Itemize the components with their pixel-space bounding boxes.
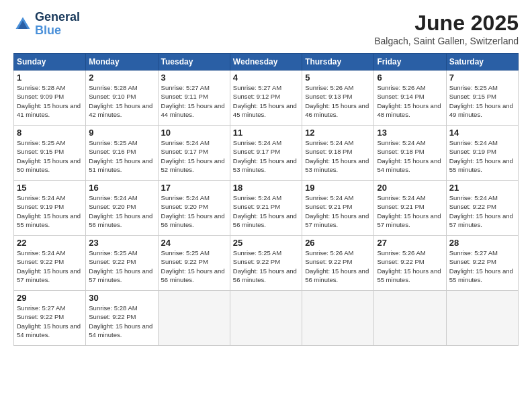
day-info: Sunrise: 5:26 AM Sunset: 9:22 PM Dayligh… bbox=[305, 248, 371, 284]
calendar-cell: 15 Sunrise: 5:24 AM Sunset: 9:19 PM Dayl… bbox=[14, 181, 86, 236]
logo-text: General Blue bbox=[35, 11, 80, 38]
calendar-table: SundayMondayTuesdayWednesdayThursdayFrid… bbox=[13, 53, 519, 346]
calendar-week-4: 22 Sunrise: 5:24 AM Sunset: 9:22 PM Dayl… bbox=[14, 236, 519, 291]
day-number: 10 bbox=[161, 128, 227, 138]
day-info: Sunrise: 5:24 AM Sunset: 9:18 PM Dayligh… bbox=[377, 138, 443, 174]
day-number: 22 bbox=[17, 238, 83, 248]
day-number: 17 bbox=[161, 183, 227, 193]
calendar-dow-wednesday: Wednesday bbox=[230, 54, 302, 71]
calendar-header-row: SundayMondayTuesdayWednesdayThursdayFrid… bbox=[14, 54, 519, 71]
day-info: Sunrise: 5:28 AM Sunset: 9:09 PM Dayligh… bbox=[17, 83, 83, 119]
calendar-cell bbox=[302, 291, 374, 346]
day-number: 1 bbox=[17, 73, 83, 83]
month-title: June 2025 bbox=[374, 11, 519, 36]
calendar-dow-tuesday: Tuesday bbox=[158, 54, 230, 71]
calendar-cell: 9 Sunrise: 5:25 AM Sunset: 9:16 PM Dayli… bbox=[86, 126, 158, 181]
day-info: Sunrise: 5:27 AM Sunset: 9:22 PM Dayligh… bbox=[17, 304, 83, 339]
calendar-cell: 25 Sunrise: 5:25 AM Sunset: 9:22 PM Dayl… bbox=[230, 236, 302, 291]
day-number: 7 bbox=[449, 73, 515, 83]
day-info: Sunrise: 5:26 AM Sunset: 9:13 PM Dayligh… bbox=[305, 83, 371, 119]
day-number: 19 bbox=[305, 183, 371, 193]
day-number: 8 bbox=[17, 128, 83, 138]
day-info: Sunrise: 5:24 AM Sunset: 9:20 PM Dayligh… bbox=[161, 193, 227, 229]
location-subtitle: Balgach, Saint Gallen, Switzerland bbox=[374, 36, 519, 46]
calendar-dow-friday: Friday bbox=[374, 54, 446, 71]
calendar-cell: 13 Sunrise: 5:24 AM Sunset: 9:18 PM Dayl… bbox=[374, 126, 446, 181]
calendar-cell bbox=[446, 291, 518, 346]
calendar-cell: 2 Sunrise: 5:28 AM Sunset: 9:10 PM Dayli… bbox=[86, 71, 158, 126]
calendar-week-1: 1 Sunrise: 5:28 AM Sunset: 9:09 PM Dayli… bbox=[14, 71, 519, 126]
day-number: 27 bbox=[377, 238, 443, 248]
day-info: Sunrise: 5:24 AM Sunset: 9:18 PM Dayligh… bbox=[305, 138, 371, 174]
calendar-cell: 18 Sunrise: 5:24 AM Sunset: 9:21 PM Dayl… bbox=[230, 181, 302, 236]
day-number: 25 bbox=[233, 238, 299, 248]
calendar-cell: 24 Sunrise: 5:25 AM Sunset: 9:22 PM Dayl… bbox=[158, 236, 230, 291]
calendar-cell: 30 Sunrise: 5:28 AM Sunset: 9:22 PM Dayl… bbox=[86, 291, 158, 346]
day-info: Sunrise: 5:25 AM Sunset: 9:15 PM Dayligh… bbox=[17, 138, 83, 174]
day-info: Sunrise: 5:27 AM Sunset: 9:22 PM Dayligh… bbox=[449, 248, 515, 284]
day-number: 16 bbox=[89, 183, 154, 193]
day-number: 13 bbox=[377, 128, 443, 138]
day-info: Sunrise: 5:27 AM Sunset: 9:11 PM Dayligh… bbox=[161, 83, 227, 119]
calendar-cell: 16 Sunrise: 5:24 AM Sunset: 9:20 PM Dayl… bbox=[86, 181, 158, 236]
day-info: Sunrise: 5:27 AM Sunset: 9:12 PM Dayligh… bbox=[233, 83, 299, 119]
header: General Blue June 2025 Balgach, Saint Ga… bbox=[13, 11, 519, 46]
day-info: Sunrise: 5:25 AM Sunset: 9:15 PM Dayligh… bbox=[449, 83, 515, 119]
day-number: 12 bbox=[305, 128, 371, 138]
day-info: Sunrise: 5:24 AM Sunset: 9:21 PM Dayligh… bbox=[305, 193, 371, 229]
day-number: 29 bbox=[17, 293, 83, 303]
day-number: 9 bbox=[89, 128, 154, 138]
day-number: 18 bbox=[233, 183, 299, 193]
day-info: Sunrise: 5:28 AM Sunset: 9:22 PM Dayligh… bbox=[89, 304, 154, 339]
day-number: 3 bbox=[161, 73, 227, 83]
day-info: Sunrise: 5:24 AM Sunset: 9:17 PM Dayligh… bbox=[233, 138, 299, 174]
calendar-cell: 22 Sunrise: 5:24 AM Sunset: 9:22 PM Dayl… bbox=[14, 236, 86, 291]
day-info: Sunrise: 5:25 AM Sunset: 9:22 PM Dayligh… bbox=[233, 248, 299, 284]
day-info: Sunrise: 5:25 AM Sunset: 9:22 PM Dayligh… bbox=[161, 248, 227, 284]
calendar-cell bbox=[158, 291, 230, 346]
logo: General Blue bbox=[13, 11, 80, 38]
logo-icon bbox=[13, 15, 32, 34]
calendar-cell: 12 Sunrise: 5:24 AM Sunset: 9:18 PM Dayl… bbox=[302, 126, 374, 181]
calendar-cell: 10 Sunrise: 5:24 AM Sunset: 9:17 PM Dayl… bbox=[158, 126, 230, 181]
title-block: June 2025 Balgach, Saint Gallen, Switzer… bbox=[374, 11, 519, 46]
calendar-cell: 23 Sunrise: 5:25 AM Sunset: 9:22 PM Dayl… bbox=[86, 236, 158, 291]
day-number: 5 bbox=[305, 73, 371, 83]
calendar-cell: 1 Sunrise: 5:28 AM Sunset: 9:09 PM Dayli… bbox=[14, 71, 86, 126]
day-info: Sunrise: 5:24 AM Sunset: 9:21 PM Dayligh… bbox=[233, 193, 299, 229]
calendar-cell bbox=[230, 291, 302, 346]
day-info: Sunrise: 5:24 AM Sunset: 9:20 PM Dayligh… bbox=[89, 193, 154, 229]
calendar-week-5: 29 Sunrise: 5:27 AM Sunset: 9:22 PM Dayl… bbox=[14, 291, 519, 346]
calendar-cell: 28 Sunrise: 5:27 AM Sunset: 9:22 PM Dayl… bbox=[446, 236, 518, 291]
day-number: 24 bbox=[161, 238, 227, 248]
calendar-cell: 11 Sunrise: 5:24 AM Sunset: 9:17 PM Dayl… bbox=[230, 126, 302, 181]
day-info: Sunrise: 5:25 AM Sunset: 9:16 PM Dayligh… bbox=[89, 138, 154, 174]
day-info: Sunrise: 5:24 AM Sunset: 9:17 PM Dayligh… bbox=[161, 138, 227, 174]
calendar-week-2: 8 Sunrise: 5:25 AM Sunset: 9:15 PM Dayli… bbox=[14, 126, 519, 181]
day-number: 28 bbox=[449, 238, 515, 248]
page: General Blue June 2025 Balgach, Saint Ga… bbox=[0, 0, 532, 411]
calendar-dow-monday: Monday bbox=[86, 54, 158, 71]
calendar-cell: 26 Sunrise: 5:26 AM Sunset: 9:22 PM Dayl… bbox=[302, 236, 374, 291]
calendar-cell: 20 Sunrise: 5:24 AM Sunset: 9:21 PM Dayl… bbox=[374, 181, 446, 236]
calendar-cell: 7 Sunrise: 5:25 AM Sunset: 9:15 PM Dayli… bbox=[446, 71, 518, 126]
day-number: 2 bbox=[89, 73, 154, 83]
day-info: Sunrise: 5:28 AM Sunset: 9:10 PM Dayligh… bbox=[89, 83, 154, 119]
calendar-dow-thursday: Thursday bbox=[302, 54, 374, 71]
calendar-cell: 21 Sunrise: 5:24 AM Sunset: 9:22 PM Dayl… bbox=[446, 181, 518, 236]
day-info: Sunrise: 5:24 AM Sunset: 9:22 PM Dayligh… bbox=[449, 193, 515, 229]
calendar-cell: 19 Sunrise: 5:24 AM Sunset: 9:21 PM Dayl… bbox=[302, 181, 374, 236]
day-number: 11 bbox=[233, 128, 299, 138]
calendar-week-3: 15 Sunrise: 5:24 AM Sunset: 9:19 PM Dayl… bbox=[14, 181, 519, 236]
day-number: 26 bbox=[305, 238, 371, 248]
calendar-cell: 14 Sunrise: 5:24 AM Sunset: 9:19 PM Dayl… bbox=[446, 126, 518, 181]
day-number: 4 bbox=[233, 73, 299, 83]
day-number: 15 bbox=[17, 183, 83, 193]
calendar-cell: 4 Sunrise: 5:27 AM Sunset: 9:12 PM Dayli… bbox=[230, 71, 302, 126]
calendar-cell: 29 Sunrise: 5:27 AM Sunset: 9:22 PM Dayl… bbox=[14, 291, 86, 346]
day-info: Sunrise: 5:26 AM Sunset: 9:22 PM Dayligh… bbox=[377, 248, 443, 284]
calendar-cell: 27 Sunrise: 5:26 AM Sunset: 9:22 PM Dayl… bbox=[374, 236, 446, 291]
day-number: 20 bbox=[377, 183, 443, 193]
calendar-cell: 5 Sunrise: 5:26 AM Sunset: 9:13 PM Dayli… bbox=[302, 71, 374, 126]
calendar-cell: 6 Sunrise: 5:26 AM Sunset: 9:14 PM Dayli… bbox=[374, 71, 446, 126]
